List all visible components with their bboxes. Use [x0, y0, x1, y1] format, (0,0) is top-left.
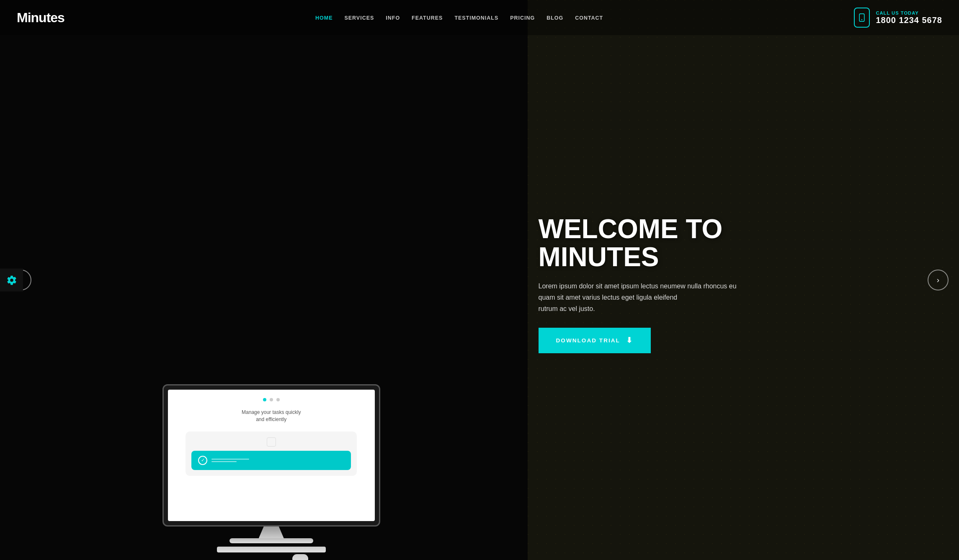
monitor-stand	[259, 527, 284, 538]
site-header: Minutes HOME SERVICES INFO FEATURES TEST…	[0, 0, 959, 35]
screen-card: ✓	[186, 432, 357, 476]
download-label: DOWNLOAD TRIAL	[556, 337, 620, 344]
screen-title: Manage your tasks quicklyand efficiently	[242, 409, 301, 423]
monitor-screen: Manage your tasks quicklyand efficiently…	[168, 390, 375, 521]
nav-pricing[interactable]: PRICING	[510, 15, 535, 21]
check-icon: ✓	[198, 456, 207, 465]
dot-2	[270, 398, 273, 401]
download-trial-button[interactable]: DOWNLOAD TRIAL ⬇	[539, 328, 651, 353]
keyboard	[217, 547, 326, 552]
nav-features[interactable]: FEATURES	[412, 15, 443, 21]
hero-content: Manage your tasks quicklyand efficiently…	[0, 0, 959, 560]
nav-home[interactable]: HOME	[315, 15, 333, 21]
mouse	[292, 554, 308, 560]
screen-dots	[263, 398, 280, 401]
desktop-mockup: Manage your tasks quicklyand efficiently…	[162, 384, 380, 560]
dot-1	[263, 398, 266, 401]
call-label: CALL US TODAY	[876, 10, 942, 15]
card-lines	[211, 459, 249, 462]
svg-rect-0	[860, 14, 865, 21]
hero-description: Lorem ipsum dolor sit amet ipsum lectus …	[539, 280, 748, 315]
hero-section: Minutes HOME SERVICES INFO FEATURES TEST…	[0, 0, 959, 560]
carousel-next-button[interactable]: ›	[928, 270, 949, 290]
phone-text: CALL US TODAY 1800 1234 5678	[876, 10, 942, 25]
screen-card-inner: ✓	[191, 451, 351, 470]
hero-right: WELCOME TO MINUTES Lorem ipsum dolor sit…	[526, 207, 943, 354]
nav-blog[interactable]: BLOG	[547, 15, 563, 21]
nav-contact[interactable]: CONTACT	[575, 15, 603, 21]
download-icon: ⬇	[626, 336, 633, 345]
settings-button[interactable]	[0, 269, 23, 292]
hero-title: WELCOME TO MINUTES	[539, 215, 943, 271]
header-phone: CALL US TODAY 1800 1234 5678	[854, 8, 942, 28]
monitor-base	[229, 538, 313, 543]
dot-3	[276, 398, 280, 401]
card-line-1	[211, 459, 249, 460]
phone-number: 1800 1234 5678	[876, 15, 942, 25]
nav-services[interactable]: SERVICES	[344, 15, 374, 21]
card-line-2	[211, 461, 237, 462]
hero-title-line1: WELCOME TO	[539, 214, 723, 244]
nav-testimonials[interactable]: TESTIMONIALS	[454, 15, 498, 21]
main-nav: HOME SERVICES INFO FEATURES TESTIMONIALS…	[315, 14, 603, 21]
hero-title-line2: MINUTES	[539, 242, 659, 272]
monitor: Manage your tasks quicklyand efficiently…	[162, 384, 380, 527]
nav-info[interactable]: INFO	[386, 15, 400, 21]
hero-left: Manage your tasks quicklyand efficiently…	[17, 0, 526, 560]
site-logo: Minutes	[17, 10, 64, 26]
phone-icon	[854, 8, 870, 28]
next-icon: ›	[937, 275, 939, 285]
